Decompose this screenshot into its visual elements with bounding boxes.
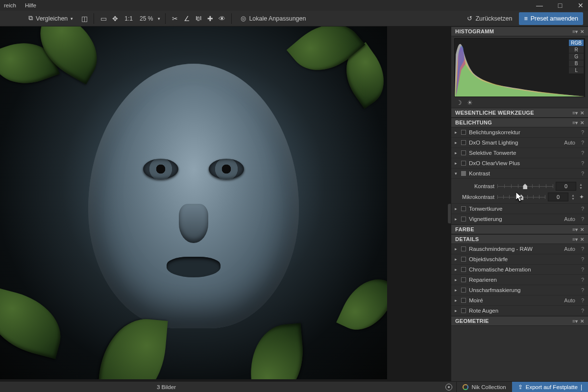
crop-icon[interactable]: ✂ [171, 14, 179, 23]
menu-hilfe[interactable]: Hilfe [25, 2, 36, 8]
channel-rgb[interactable]: RGB [569, 40, 584, 46]
slider-track[interactable] [497, 194, 545, 200]
toggle-checkbox[interactable] [461, 150, 466, 155]
toggle-checkbox[interactable] [461, 308, 466, 313]
expand-icon[interactable]: ▸ [453, 206, 458, 211]
adjustment-chromatische-aberration[interactable]: ▸Chromatische Aberration? [451, 265, 588, 275]
help-icon[interactable]: ? [580, 206, 585, 212]
help-icon[interactable]: ? [580, 160, 585, 166]
section-geometrie[interactable]: GEOMETRIE ≡▾✕ [451, 316, 588, 326]
close-section-icon[interactable]: ✕ [580, 29, 584, 34]
close-icon[interactable]: ✕ [577, 2, 584, 9]
expand-icon[interactable]: ▸ [453, 217, 458, 221]
help-icon[interactable]: ? [580, 171, 585, 176]
adjustment-belichtungskorrektur[interactable]: ▸Belichtungskorrektur? [451, 127, 588, 138]
help-icon[interactable]: ? [580, 267, 585, 272]
minimize-icon[interactable]: ― [536, 2, 543, 9]
close-section-icon[interactable]: ✕ [580, 110, 584, 116]
reset-button[interactable]: ↺ Zurücksetzen [463, 13, 516, 24]
menu-icon[interactable]: ≡▾ [572, 110, 578, 116]
slider-track[interactable] [497, 183, 553, 190]
nik-collection-button[interactable]: Nik Collection [456, 382, 512, 392]
repair-icon[interactable]: ✚ [206, 14, 215, 23]
adjustment-selektive-tonwerte[interactable]: ▸Selektive Tonwerte? [451, 148, 588, 158]
expand-icon[interactable]: ▾ [453, 171, 458, 176]
adjustment-reparieren[interactable]: ▸Reparieren? [451, 275, 588, 285]
slider-value[interactable]: 0 [556, 182, 576, 191]
adjustment-rote-augen[interactable]: ▸Rote Augen? [451, 306, 588, 316]
adjustment-dxo-clearview-plus[interactable]: ▸DxO ClearView Plus? [451, 158, 588, 169]
eye-icon[interactable]: 👁 [218, 14, 226, 23]
zoom-percent[interactable]: 25 % [138, 15, 155, 22]
help-icon[interactable]: ? [580, 308, 585, 314]
adjustment-dxo-smart-lighting[interactable]: ▸DxO Smart LightingAuto? [451, 138, 588, 148]
toggle-checkbox[interactable] [461, 140, 466, 145]
expand-icon[interactable]: ▸ [453, 161, 458, 166]
expand-icon[interactable]: ▸ [453, 257, 458, 262]
section-histogram[interactable]: HISTOGRAMM ≡▾✕ [451, 26, 588, 36]
help-icon[interactable]: ? [580, 140, 585, 146]
target-icon[interactable] [445, 384, 452, 391]
perspective-icon[interactable]: I▯I [194, 14, 203, 23]
section-essential-tools[interactable]: WESENTLICHE WERKZEUGE ≡▾✕ [451, 108, 588, 118]
highlight-clip-icon[interactable]: ☀ [467, 99, 473, 106]
section-details[interactable]: DETAILS ≡▾✕ [451, 234, 588, 244]
help-icon[interactable]: ? [580, 277, 585, 283]
toggle-checkbox[interactable] [461, 246, 466, 251]
shadow-clip-icon[interactable]: ☽ [456, 99, 462, 106]
channel-r[interactable]: R [569, 47, 584, 53]
toggle-checkbox[interactable] [461, 277, 466, 282]
menu-icon[interactable]: ≡▾ [572, 237, 578, 242]
menu-icon[interactable]: ≡▾ [572, 29, 578, 34]
expand-icon[interactable]: ▸ [453, 246, 458, 251]
adjustment-rauschminderung---raw[interactable]: ▸Rauschminderung - RAWAuto? [451, 244, 588, 254]
close-section-icon[interactable]: ✕ [580, 237, 584, 242]
menu-bereich[interactable]: reich [4, 2, 16, 8]
adjustment-unscharfmaskierung[interactable]: ▸Unscharfmaskierung? [451, 285, 588, 295]
help-icon[interactable]: ? [580, 246, 585, 252]
magic-wand-icon[interactable]: ✦ [579, 194, 584, 200]
toggle-checkbox[interactable] [461, 171, 466, 176]
expand-icon[interactable]: ▸ [453, 267, 458, 272]
channel-l[interactable]: L [569, 67, 584, 74]
toggle-checkbox[interactable] [461, 257, 466, 262]
help-icon[interactable]: ? [580, 297, 585, 303]
menu-icon[interactable]: ≡▾ [572, 318, 578, 324]
fit-icon[interactable]: ▭ [99, 14, 108, 23]
adjustment-moiré[interactable]: ▸MoiréAuto? [451, 295, 588, 306]
toggle-checkbox[interactable] [461, 267, 466, 272]
close-section-icon[interactable]: ✕ [580, 318, 584, 324]
spinner[interactable]: ▲▼ [579, 183, 584, 190]
expand-icon[interactable]: ▸ [453, 288, 458, 293]
toggle-checkbox[interactable] [461, 298, 466, 303]
expand-icon[interactable]: ▸ [453, 150, 458, 155]
channel-g[interactable]: G [569, 53, 584, 60]
toggle-checkbox[interactable] [461, 161, 466, 166]
split-view-icon[interactable]: ◫ [80, 14, 89, 23]
menu-icon[interactable]: ≡▾ [572, 120, 578, 125]
close-section-icon[interactable]: ✕ [580, 120, 584, 125]
help-icon[interactable]: ? [580, 287, 585, 293]
adjustment-kontrast[interactable]: ▾Kontrast? [451, 169, 588, 179]
image-viewport[interactable] [0, 26, 451, 381]
section-belichtung[interactable]: BELICHTUNG ≡▾✕ [451, 118, 588, 127]
spinner[interactable]: ▲▼ [571, 194, 576, 200]
apply-preset-button[interactable]: ≡ Preset anwenden [519, 12, 583, 25]
zoom-1to1[interactable]: 1:1 [122, 15, 135, 22]
slider-handle[interactable] [523, 184, 527, 189]
adjustment-vignettierung[interactable]: ▸VignettierungAuto? [451, 214, 588, 224]
toggle-checkbox[interactable] [461, 206, 466, 211]
adjustment-tonwertkurve[interactable]: ▸Tonwertkurve? [451, 204, 588, 214]
toggle-checkbox[interactable] [461, 130, 466, 135]
compare-button[interactable]: ⧉ Vergleichen ▾ [24, 13, 77, 24]
expand-icon[interactable]: ▸ [453, 298, 458, 303]
help-icon[interactable]: ? [580, 256, 585, 262]
help-icon[interactable]: ? [580, 129, 585, 135]
close-section-icon[interactable]: ✕ [580, 227, 584, 232]
help-icon[interactable]: ? [580, 216, 585, 222]
maximize-icon[interactable]: □ [557, 2, 564, 9]
toggle-checkbox[interactable] [461, 288, 466, 293]
move-icon[interactable]: ✥ [111, 14, 120, 23]
toggle-checkbox[interactable] [461, 217, 466, 221]
expand-icon[interactable]: ▸ [453, 308, 458, 313]
